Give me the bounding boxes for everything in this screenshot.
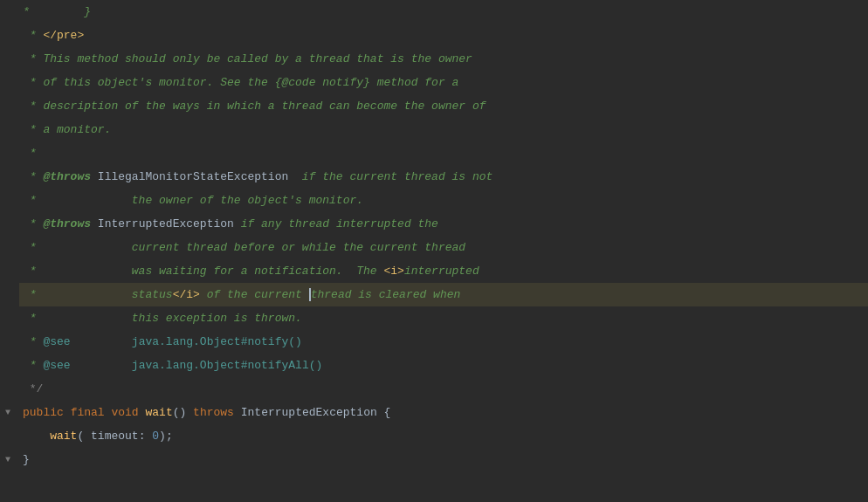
code-line-19: wait( timeout: 0); [19,424,868,448]
fold-icon-12 [0,259,16,283]
code-text-15a: * [23,330,43,354]
code-text-8e: if the current thread is not [288,165,493,189]
code-text-18i: throws [193,401,234,424]
code-text-11: * current thread before or while the cur… [23,236,465,259]
fold-icon-10 [0,212,16,236]
code-line-11: * current thread before or while the cur… [19,236,868,259]
fold-icon-14 [0,306,16,330]
fold-icon-5 [0,94,16,118]
code-text-13b: </i> [173,283,200,306]
code-text-6: * a monitor. [23,118,111,141]
code-text-2a: * [23,24,43,47]
code-text-5: * description of the ways in which a thr… [23,94,486,118]
code-line-16: * @see java.lang.Object#notifyAll() [19,354,868,377]
code-text-7: * [23,141,37,165]
code-text-15c [71,330,132,354]
code-line-2: * </pre> [19,24,868,47]
code-text-18c: final [71,401,105,424]
code-text-10c [91,212,98,236]
fold-gutter: ▼ ▼ [0,0,16,502]
code-line-17: */ [19,377,868,401]
code-line-7: * [19,141,868,165]
code-text-2b: </pre> [43,24,84,47]
code-area[interactable]: * } * </pre> * This method should only b… [16,0,868,502]
code-text-19a [23,424,50,448]
code-text-4c: notify} [315,71,369,94]
code-text-4b: {@code [275,71,316,94]
code-text-17: */ [23,377,43,401]
fold-icon-15 [0,330,16,354]
code-text-13c: of the current [200,283,309,306]
code-text-12a: * was waiting for a notification. The [23,259,383,283]
code-line-3: * This method should only be called by a… [19,47,868,71]
code-text-20: } [23,448,30,471]
fold-icon-7 [0,141,16,165]
fold-icon-13 [0,283,16,306]
fold-icon-18[interactable]: ▼ [0,401,16,424]
code-text-12b: <i> [383,259,403,283]
fold-icon-9 [0,189,16,212]
code-text-13d: thread is cleared when [311,283,461,306]
code-text-19d: timeout: [84,424,152,448]
code-text-18a: public [23,401,64,424]
fold-icon-2 [0,24,16,47]
code-text-13a: * status [23,283,173,306]
code-line-8: * @throws IllegalMonitorStateException i… [19,165,868,189]
code-text-18g: wait [145,401,172,424]
code-text-15b: @see [43,330,70,354]
code-text-16d: java.lang.Object#notifyAll() [132,354,322,377]
code-text-16a: * [23,354,43,377]
code-line-13: * status</i> of the current thread is cl… [19,283,868,306]
code-line-1: * } [19,0,868,24]
editor-container: ▼ ▼ * } * </pre> * This method should on… [0,0,868,502]
fold-icon-17 [0,377,16,401]
fold-icon-1 [0,0,16,24]
code-text-10e: if any thread interrupted the [234,212,438,236]
code-text-8d: IllegalMonitorStateException [98,165,288,189]
code-text-18b [64,401,71,424]
fold-icon-3 [0,47,16,71]
code-line-5: * description of the ways in which a thr… [19,94,868,118]
fold-icon-19 [0,424,16,448]
code-line-6: * a monitor. [19,118,868,141]
fold-icon-11 [0,236,16,259]
fold-icon-20[interactable]: ▼ [0,448,16,471]
code-text-19f: ); [159,424,173,448]
code-text-8c [91,165,98,189]
fold-icon-8 [0,165,16,189]
code-line-12: * was waiting for a notification. The <i… [19,259,868,283]
code-text-4a: * of this object's monitor. See the [23,71,275,94]
fold-icon-16 [0,354,16,377]
code-line-14: * this exception is thrown. [19,306,868,330]
code-text-8a: * [23,165,43,189]
code-line-20: } [19,448,868,471]
code-text-16b: @see [43,354,70,377]
code-text-18h: () [173,401,193,424]
code-text-16c [71,354,132,377]
code-text-10b: @throws [43,212,91,236]
code-text-9: * the owner of the object's monitor. [23,189,363,212]
code-line-10: * @throws InterruptedException if any th… [19,212,868,236]
code-line-15: * @see java.lang.Object#notify() [19,330,868,354]
code-text-10d: InterruptedException [98,212,234,236]
code-text-19e: 0 [152,424,159,448]
code-text-1: * } [23,0,91,24]
code-text-12c: interrupted [404,259,479,283]
code-text-18e: void [111,401,138,424]
code-text-19c: ( [77,424,84,448]
code-text-15d: java.lang.Object#notify() [132,330,302,354]
code-text-4d: method for a [370,71,458,94]
code-text-18d [105,401,112,424]
code-text-14: * this exception is thrown. [23,306,302,330]
code-text-19b: wait [50,424,77,448]
code-line-18: public final void wait() throws Interrup… [19,401,868,424]
fold-icon-4 [0,71,16,94]
code-text-18j: InterruptedException { [234,401,390,424]
code-line-9: * the owner of the object's monitor. [19,189,868,212]
code-text-3: * This method should only be called by a… [23,47,472,71]
code-text-10a: * [23,212,43,236]
code-line-4: * of this object's monitor. See the {@co… [19,71,868,94]
code-text-18f [139,401,146,424]
code-text-8b: @throws [43,165,91,189]
fold-icon-6 [0,118,16,141]
